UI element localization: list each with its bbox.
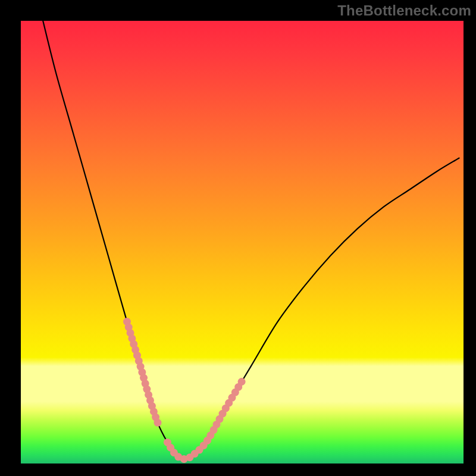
dotted-overlay [123,318,246,463]
chart-frame: TheBottleneck.com [0,0,476,476]
overlay-dot [238,378,246,386]
watermark-text: TheBottleneck.com [337,2,471,19]
curve-path [43,21,459,459]
bottleneck-curve [43,21,459,459]
plot-area [21,21,464,464]
overlay-dot [154,419,161,427]
curve-svg [21,21,464,464]
